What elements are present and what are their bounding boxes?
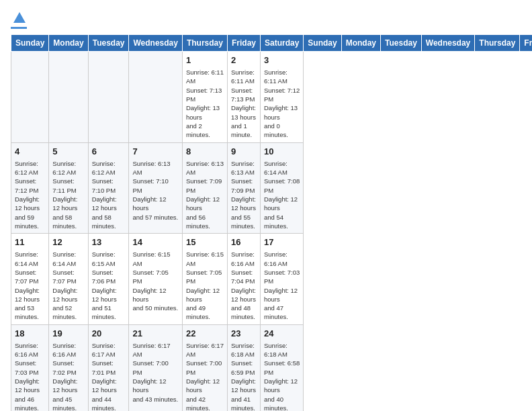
day-info: Sunrise: 6:11 AMSunset: 7:12 PMDaylight:… [264, 68, 300, 139]
day-number: 14 [132, 236, 178, 248]
day-info: Sunrise: 6:14 AMSunset: 7:07 PMDaylight:… [52, 250, 84, 321]
calendar-cell: 21Sunrise: 6:17 AMSunset: 7:00 PMDayligh… [129, 324, 182, 411]
day-number: 8 [186, 146, 224, 158]
day-number: 4 [15, 146, 45, 158]
day-number: 22 [186, 328, 224, 340]
day-info: Sunrise: 6:18 AMSunset: 6:58 PMDaylight:… [264, 341, 300, 411]
day-info: Sunrise: 6:14 AMSunset: 7:07 PMDaylight:… [15, 250, 45, 321]
col-header-monday: Monday [341, 35, 380, 52]
day-info: Sunrise: 6:15 AMSunset: 7:05 PMDaylight:… [186, 250, 224, 321]
day-info: Sunrise: 6:17 AMSunset: 7:00 PMDaylight:… [132, 341, 178, 404]
calendar-cell: 1Sunrise: 6:11 AMSunset: 7:13 PMDaylight… [182, 52, 227, 143]
day-number: 10 [264, 146, 300, 158]
col-header-saturday: Saturday [260, 35, 303, 52]
col-header-tuesday: Tuesday [88, 35, 129, 52]
day-number: 1 [186, 54, 224, 66]
logo-underline [11, 27, 27, 29]
day-info: Sunrise: 6:16 AMSunset: 7:02 PMDaylight:… [52, 341, 84, 411]
col-header-wednesday: Wednesday [421, 35, 474, 52]
calendar-cell: 15Sunrise: 6:15 AMSunset: 7:05 PMDayligh… [182, 234, 227, 325]
day-info: Sunrise: 6:15 AMSunset: 7:05 PMDaylight:… [132, 250, 178, 312]
calendar-cell: 10Sunrise: 6:14 AMSunset: 7:08 PMDayligh… [260, 142, 303, 234]
calendar-week-1: 1Sunrise: 6:11 AMSunset: 7:13 PMDaylight… [11, 52, 533, 143]
logo-icon [12, 11, 27, 26]
day-number: 3 [264, 54, 300, 66]
day-number: 23 [231, 328, 257, 340]
col-header-thursday: Thursday [475, 35, 520, 52]
day-info: Sunrise: 6:16 AMSunset: 7:04 PMDaylight:… [231, 250, 257, 321]
day-info: Sunrise: 6:18 AMSunset: 6:59 PMDaylight:… [231, 341, 257, 411]
calendar-cell [49, 52, 88, 143]
day-info: Sunrise: 6:16 AMSunset: 7:03 PMDaylight:… [264, 250, 300, 321]
calendar-cell: 3Sunrise: 6:11 AMSunset: 7:12 PMDaylight… [260, 52, 303, 143]
calendar-cell [129, 52, 182, 143]
calendar-cell: 13Sunrise: 6:15 AMSunset: 7:06 PMDayligh… [88, 234, 129, 325]
calendar-cell: 18Sunrise: 6:16 AMSunset: 7:03 PMDayligh… [11, 324, 49, 411]
calendar-cell: 24Sunrise: 6:18 AMSunset: 6:58 PMDayligh… [260, 324, 303, 411]
col-header-thursday: Thursday [182, 35, 227, 52]
day-number: 20 [92, 328, 126, 340]
day-number: 5 [52, 146, 84, 158]
day-number: 7 [132, 146, 178, 158]
col-header-friday: Friday [520, 35, 532, 52]
day-info: Sunrise: 6:13 AMSunset: 7:09 PMDaylight:… [186, 159, 224, 230]
day-info: Sunrise: 6:17 AMSunset: 7:00 PMDaylight:… [186, 341, 224, 411]
day-number: 9 [231, 146, 257, 158]
calendar-cell: 19Sunrise: 6:16 AMSunset: 7:02 PMDayligh… [49, 324, 88, 411]
calendar-week-4: 18Sunrise: 6:16 AMSunset: 7:03 PMDayligh… [11, 324, 533, 411]
day-number: 2 [231, 54, 257, 66]
day-number: 16 [231, 236, 257, 248]
day-info: Sunrise: 6:13 AMSunset: 7:10 PMDaylight:… [132, 159, 178, 222]
col-header-sunday: Sunday [304, 35, 341, 52]
calendar-cell: 12Sunrise: 6:14 AMSunset: 7:07 PMDayligh… [49, 234, 88, 325]
col-header-tuesday: Tuesday [381, 35, 422, 52]
col-header-friday: Friday [227, 35, 260, 52]
calendar-cell [11, 52, 49, 143]
page-header [11, 11, 521, 29]
calendar-cell: 17Sunrise: 6:16 AMSunset: 7:03 PMDayligh… [260, 234, 303, 325]
calendar-table: SundayMondayTuesdayWednesdayThursdayFrid… [11, 34, 532, 411]
calendar-cell: 8Sunrise: 6:13 AMSunset: 7:09 PMDaylight… [182, 142, 227, 234]
day-info: Sunrise: 6:11 AMSunset: 7:13 PMDaylight:… [186, 68, 224, 139]
svg-marker-0 [13, 12, 26, 23]
calendar-cell: 14Sunrise: 6:15 AMSunset: 7:05 PMDayligh… [129, 234, 182, 325]
calendar-header-row: SundayMondayTuesdayWednesdayThursdayFrid… [11, 35, 533, 52]
calendar-cell: 23Sunrise: 6:18 AMSunset: 6:59 PMDayligh… [227, 324, 260, 411]
day-info: Sunrise: 6:17 AMSunset: 7:01 PMDaylight:… [92, 341, 126, 411]
day-number: 13 [92, 236, 126, 248]
day-info: Sunrise: 6:12 AMSunset: 7:10 PMDaylight:… [92, 159, 126, 230]
day-number: 18 [15, 328, 45, 340]
day-number: 6 [92, 146, 126, 158]
calendar-cell: 4Sunrise: 6:12 AMSunset: 7:12 PMDaylight… [11, 142, 49, 234]
day-info: Sunrise: 6:11 AMSunset: 7:13 PMDaylight:… [231, 68, 257, 139]
day-number: 21 [132, 328, 178, 340]
calendar-cell [88, 52, 129, 143]
day-number: 17 [264, 236, 300, 248]
col-header-monday: Monday [49, 35, 88, 52]
col-header-wednesday: Wednesday [129, 35, 182, 52]
col-header-sunday: Sunday [11, 35, 49, 52]
calendar-cell: 2Sunrise: 6:11 AMSunset: 7:13 PMDaylight… [227, 52, 260, 143]
day-info: Sunrise: 6:16 AMSunset: 7:03 PMDaylight:… [15, 341, 45, 411]
day-number: 11 [15, 236, 45, 248]
day-number: 19 [52, 328, 84, 340]
calendar-cell: 6Sunrise: 6:12 AMSunset: 7:10 PMDaylight… [88, 142, 129, 234]
day-number: 24 [264, 328, 300, 340]
day-info: Sunrise: 6:15 AMSunset: 7:06 PMDaylight:… [92, 250, 126, 321]
calendar-cell: 22Sunrise: 6:17 AMSunset: 7:00 PMDayligh… [182, 324, 227, 411]
calendar-week-2: 4Sunrise: 6:12 AMSunset: 7:12 PMDaylight… [11, 142, 533, 234]
day-info: Sunrise: 6:12 AMSunset: 7:11 PMDaylight:… [52, 159, 84, 230]
day-number: 15 [186, 236, 224, 248]
logo [11, 11, 27, 29]
calendar-cell: 11Sunrise: 6:14 AMSunset: 7:07 PMDayligh… [11, 234, 49, 325]
day-info: Sunrise: 6:14 AMSunset: 7:08 PMDaylight:… [264, 159, 300, 230]
day-number: 12 [52, 236, 84, 248]
calendar-week-3: 11Sunrise: 6:14 AMSunset: 7:07 PMDayligh… [11, 234, 533, 325]
day-info: Sunrise: 6:12 AMSunset: 7:12 PMDaylight:… [15, 159, 45, 230]
calendar-cell: 7Sunrise: 6:13 AMSunset: 7:10 PMDaylight… [129, 142, 182, 234]
calendar-cell: 16Sunrise: 6:16 AMSunset: 7:04 PMDayligh… [227, 234, 260, 325]
calendar-cell: 9Sunrise: 6:13 AMSunset: 7:09 PMDaylight… [227, 142, 260, 234]
calendar-cell: 20Sunrise: 6:17 AMSunset: 7:01 PMDayligh… [88, 324, 129, 411]
calendar-cell: 5Sunrise: 6:12 AMSunset: 7:11 PMDaylight… [49, 142, 88, 234]
day-info: Sunrise: 6:13 AMSunset: 7:09 PMDaylight:… [231, 159, 257, 230]
